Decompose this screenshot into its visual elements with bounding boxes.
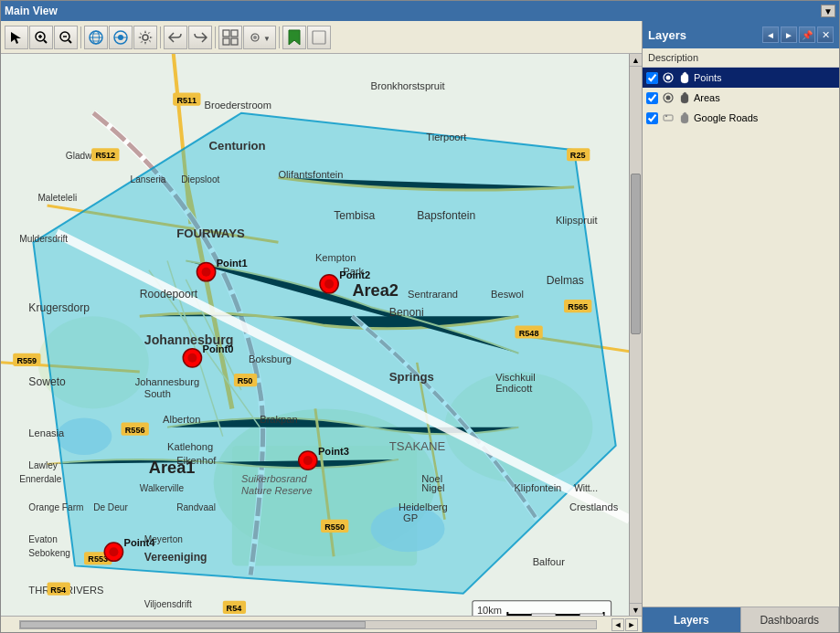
tab-dashboards[interactable]: Dashboards bbox=[741, 607, 840, 632]
svg-rect-20 bbox=[231, 38, 238, 45]
title-bar-dropdown[interactable]: ▼ bbox=[821, 5, 835, 17]
svg-text:Delmas: Delmas bbox=[547, 274, 584, 287]
layer-item-areas[interactable]: Areas bbox=[643, 88, 839, 108]
extra-btn[interactable] bbox=[307, 26, 331, 49]
svg-text:10km: 10km bbox=[477, 605, 502, 616]
svg-text:GP: GP bbox=[403, 512, 418, 523]
toolbar: ▼ bbox=[1, 21, 642, 54]
layer-item-points[interactable]: Points bbox=[643, 68, 839, 88]
scroll-right[interactable]: ► bbox=[625, 618, 638, 631]
svg-point-131 bbox=[303, 456, 313, 465]
svg-point-129 bbox=[324, 280, 334, 289]
svg-text:Tembisa: Tembisa bbox=[334, 209, 375, 222]
point3-label: Point3 bbox=[318, 446, 349, 457]
layers-close-btn[interactable]: ✕ bbox=[817, 26, 834, 43]
draw-tool[interactable]: ▼ bbox=[243, 26, 276, 49]
area2-label: Area2 bbox=[352, 281, 399, 300]
svg-text:Ennerdale: Ennerdale bbox=[19, 474, 61, 484]
svg-point-144 bbox=[666, 76, 671, 80]
point0-label: Point0 bbox=[203, 343, 234, 354]
svg-text:Lawley: Lawley bbox=[28, 460, 58, 470]
map-scroll-down[interactable]: ▼ bbox=[630, 603, 643, 616]
svg-text:TSAKANE: TSAKANE bbox=[389, 439, 446, 453]
title-bar-text: Main View bbox=[5, 5, 819, 17]
svg-text:R54: R54 bbox=[50, 586, 67, 595]
layers-pin-btn[interactable]: 📌 bbox=[799, 26, 815, 43]
svg-text:FOURWAYS: FOURWAYS bbox=[176, 227, 245, 240]
layers-panel: Layers ◄ ► 📌 ✕ Description bbox=[643, 21, 839, 632]
svg-text:Maleteleli: Maleteleli bbox=[37, 193, 77, 203]
svg-text:Lanseria: Lanseria bbox=[131, 174, 166, 185]
point1-label: Point1 bbox=[217, 258, 248, 269]
svg-point-22 bbox=[253, 36, 257, 39]
svg-text:Orange Farm: Orange Farm bbox=[28, 502, 83, 512]
svg-rect-24 bbox=[313, 31, 325, 44]
svg-text:Olifantsfontein: Olifantsfontein bbox=[278, 169, 343, 180]
svg-text:Viljoensdrift: Viljoensdrift bbox=[144, 599, 192, 609]
zoom-out-btn[interactable] bbox=[54, 26, 78, 49]
settings-btn[interactable] bbox=[133, 26, 157, 49]
svg-text:Endicott: Endicott bbox=[495, 383, 532, 394]
svg-text:Kempton: Kempton bbox=[315, 252, 356, 263]
svg-point-146 bbox=[666, 96, 671, 100]
svg-text:Bapsfontein: Bapsfontein bbox=[417, 209, 475, 222]
svg-text:Klipspruit: Klipspruit bbox=[556, 215, 598, 226]
grid-btn[interactable] bbox=[218, 26, 242, 49]
layer-grab-icon-areas bbox=[677, 90, 692, 105]
svg-rect-18 bbox=[231, 30, 238, 37]
svg-text:Vereeniging: Vereeniging bbox=[144, 551, 207, 564]
svg-text:R25: R25 bbox=[570, 151, 586, 160]
svg-rect-141 bbox=[579, 614, 603, 616]
svg-text:Brakpan: Brakpan bbox=[260, 414, 297, 425]
svg-line-7 bbox=[69, 40, 71, 43]
svg-text:Nature Reserve: Nature Reserve bbox=[241, 485, 313, 496]
svg-text:Randvaal: Randvaal bbox=[176, 502, 216, 512]
zoom-in-btn[interactable] bbox=[29, 26, 53, 49]
title-bar: Main View ▼ bbox=[1, 1, 839, 21]
svg-text:Bronkhorstspruit: Bronkhorstspruit bbox=[371, 80, 445, 91]
svg-text:Evaton: Evaton bbox=[28, 534, 57, 544]
globe2-btn[interactable] bbox=[109, 26, 133, 49]
svg-text:Soweto: Soweto bbox=[28, 375, 66, 388]
layer-checkbox-points[interactable] bbox=[646, 72, 658, 84]
svg-text:Sebokeng: Sebokeng bbox=[28, 548, 70, 558]
svg-rect-19 bbox=[223, 38, 229, 45]
svg-text:Beswol: Beswol bbox=[491, 289, 524, 300]
map-svg: Broederstroom Bronkhorstspruit Centurion… bbox=[1, 54, 642, 616]
arrow-right-btn[interactable] bbox=[188, 26, 212, 49]
svg-text:Vischkuil: Vischkuil bbox=[495, 372, 536, 383]
layer-grab-icon-points bbox=[677, 70, 692, 85]
tab-layers[interactable]: Layers bbox=[643, 607, 741, 632]
layer-checkbox-areas[interactable] bbox=[646, 92, 658, 104]
layers-description-label: Description bbox=[643, 48, 839, 68]
layers-nav-prev[interactable]: ◄ bbox=[762, 26, 779, 43]
globe-btn[interactable] bbox=[84, 26, 108, 49]
layer-list: Points Are bbox=[643, 68, 839, 337]
svg-point-132 bbox=[109, 547, 118, 556]
svg-text:▼: ▼ bbox=[263, 35, 269, 43]
svg-text:Muldersdrift: Muldersdrift bbox=[19, 234, 68, 244]
svg-text:Roodepoort: Roodepoort bbox=[140, 288, 198, 301]
layer-vis-icon-points bbox=[661, 70, 675, 85]
map-scroll-up[interactable]: ▲ bbox=[630, 54, 643, 67]
svg-text:Tierpoort: Tierpoort bbox=[426, 132, 466, 142]
select-tool[interactable] bbox=[5, 26, 28, 49]
scroll-left[interactable]: ◄ bbox=[611, 618, 624, 631]
svg-point-16 bbox=[143, 35, 148, 40]
layer-checkbox-google-roads[interactable] bbox=[646, 112, 658, 124]
svg-rect-17 bbox=[223, 30, 229, 37]
layer-item-google-roads[interactable]: Google Roads bbox=[643, 108, 839, 128]
svg-text:Johannesburg: Johannesburg bbox=[135, 376, 199, 387]
svg-text:Alberton: Alberton bbox=[163, 414, 200, 425]
layers-nav-next[interactable]: ► bbox=[781, 26, 797, 43]
arrow-left-btn[interactable] bbox=[164, 26, 187, 49]
map-panel: ▼ bbox=[1, 21, 643, 632]
svg-text:Benoni: Benoni bbox=[389, 306, 424, 319]
map-container[interactable]: Broederstroom Bronkhorstspruit Centurion… bbox=[1, 54, 642, 616]
svg-point-130 bbox=[187, 353, 197, 363]
svg-rect-148 bbox=[665, 115, 667, 117]
svg-text:R512: R512 bbox=[95, 151, 115, 160]
svg-text:Suikerbosrand: Suikerbosrand bbox=[241, 473, 307, 484]
svg-text:R559: R559 bbox=[16, 356, 37, 365]
bookmark-btn[interactable] bbox=[282, 26, 306, 49]
